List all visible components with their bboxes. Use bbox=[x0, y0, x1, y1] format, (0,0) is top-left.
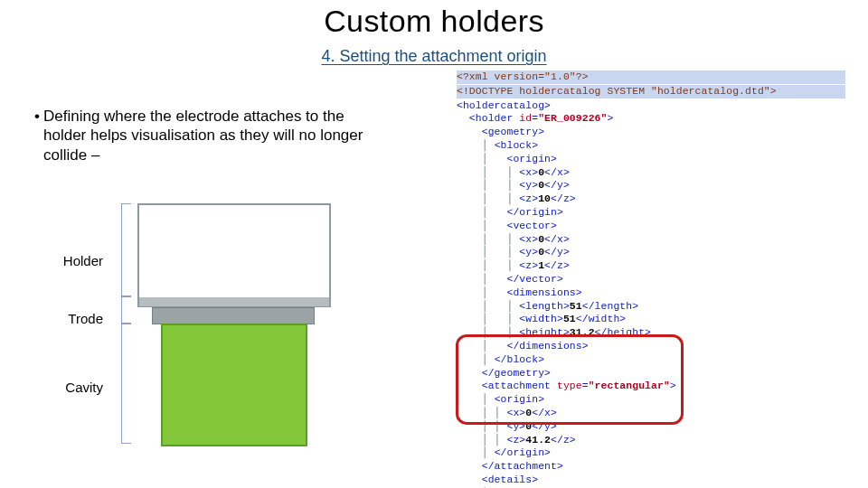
label-trode: Trode bbox=[52, 311, 103, 326]
shape-trode-plate bbox=[137, 297, 331, 307]
xml-listing: <?xml version="1.0"?> <!DOCTYPE holderca… bbox=[457, 70, 854, 488]
slide-title: Custom holders bbox=[0, 4, 868, 39]
shape-cavity bbox=[161, 324, 307, 446]
label-cavity: Cavity bbox=[52, 380, 103, 395]
slide-subtitle: 4. Setting the attachment origin bbox=[0, 47, 868, 66]
shape-holder bbox=[137, 203, 331, 299]
bracket-trode bbox=[121, 296, 131, 324]
bullet-text: Defining where the electrode attaches to… bbox=[43, 107, 378, 164]
body-bullet: •Defining where the electrode attaches t… bbox=[34, 107, 392, 164]
bracket-cavity bbox=[121, 323, 131, 444]
label-holder: Holder bbox=[52, 253, 103, 268]
shape-trode-stem bbox=[152, 307, 315, 324]
bracket-holder bbox=[121, 203, 131, 297]
